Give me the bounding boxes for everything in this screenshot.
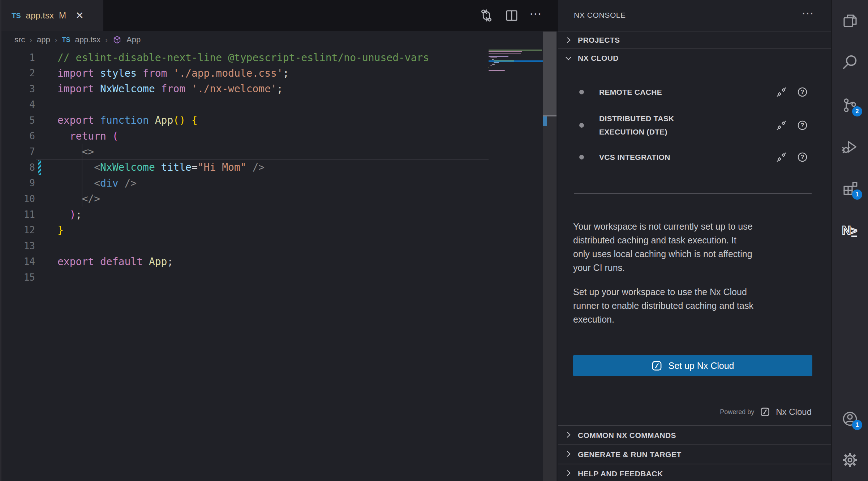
- activity-bar: 2 1 N > 1: [831, 0, 868, 481]
- code-line-6[interactable]: 6 return (: [0, 128, 489, 144]
- line-number[interactable]: 3: [0, 84, 35, 94]
- code-text: // eslint-disable-next-line @typescript-…: [57, 52, 429, 64]
- line-number[interactable]: 4: [0, 99, 35, 110]
- gutter-modified-indicator: [38, 160, 41, 175]
- line-number[interactable]: 10: [0, 193, 35, 204]
- minimap-line: [492, 64, 495, 65]
- code-line-11[interactable]: 11 );: [0, 207, 489, 222]
- scrollbar-thumb[interactable]: [543, 32, 557, 115]
- code-line-4[interactable]: 4: [0, 97, 489, 112]
- powered-by: Powered by Nx Cloud: [720, 407, 812, 417]
- section-label: HELP AND FEEDBACK: [578, 469, 663, 478]
- minimap[interactable]: [489, 48, 542, 91]
- code-line-8[interactable]: 8 <NxWelcome title="Hi Mom" />: [0, 159, 489, 175]
- panel-title: NX CONSOLE: [574, 11, 626, 20]
- section-common-nx-commands[interactable]: COMMON NX COMMANDS: [558, 425, 831, 444]
- nx-console-panel: NX CONSOLE ⋯ PROJECTS NX CLOUD REMOTE CA…: [558, 0, 831, 481]
- code-line-13[interactable]: 13: [0, 238, 489, 254]
- source-control-icon[interactable]: 2: [841, 97, 859, 114]
- badge: 1: [852, 420, 862, 430]
- minimap-line: [489, 56, 508, 57]
- chevron-right-icon: [564, 35, 573, 45]
- nx-console-icon[interactable]: N >: [841, 221, 859, 239]
- setup-instruction-text: Set up your workspace to use the Nx Clou…: [573, 285, 819, 326]
- nx-cloud-icon: [651, 360, 662, 371]
- line-number[interactable]: 1: [0, 52, 35, 63]
- code-line-2[interactable]: 2import styles from './app.module.css';: [0, 65, 489, 81]
- help-icon[interactable]: ?: [797, 120, 808, 131]
- line-number[interactable]: 9: [0, 178, 35, 188]
- code-text: <NxWelcome title="Hi Mom" />: [57, 161, 265, 173]
- code-text: export default App;: [57, 256, 173, 268]
- line-number[interactable]: 12: [0, 225, 35, 235]
- minimap-line: [489, 67, 489, 68]
- minimap-line: [489, 53, 521, 54]
- nx-cloud-item-distributed-task-execution-dte[interactable]: DISTRIBUTED TASK EXECUTION (DTE) ?: [558, 108, 831, 142]
- code-line-3[interactable]: 3import NxWelcome from './nx-welcome';: [0, 81, 489, 97]
- accounts-icon[interactable]: 1: [841, 410, 859, 427]
- svg-text:?: ?: [800, 122, 804, 129]
- code-line-14[interactable]: 14export default App;: [0, 254, 489, 269]
- code-line-5[interactable]: 5export function App() {: [0, 112, 489, 128]
- code-text: <>: [57, 146, 94, 158]
- divider: [574, 193, 812, 193]
- minimap-line: [489, 50, 542, 51]
- line-number[interactable]: 7: [0, 146, 35, 157]
- search-icon[interactable]: [841, 54, 859, 71]
- section-label: NX CLOUD: [578, 54, 619, 63]
- status-dot-icon: [579, 123, 584, 128]
- nx-cloud-item-vcs-integration[interactable]: VCS INTEGRATION ?: [558, 148, 831, 166]
- line-number[interactable]: 2: [0, 68, 35, 78]
- more-actions-icon[interactable]: ⋯: [802, 6, 815, 20]
- section-projects[interactable]: PROJECTS: [558, 31, 831, 48]
- code-line-9[interactable]: 9 <div />: [0, 175, 489, 191]
- code-line-1[interactable]: 1// eslint-disable-next-line @typescript…: [0, 50, 489, 65]
- help-icon[interactable]: ?: [797, 152, 808, 163]
- line-number[interactable]: 15: [0, 272, 35, 283]
- line-number[interactable]: 14: [0, 256, 35, 267]
- minimap-line: [494, 60, 514, 61]
- code-line-12[interactable]: 12}: [0, 222, 489, 238]
- code-line-15[interactable]: 15: [0, 269, 489, 285]
- section-help-and-feedback[interactable]: HELP AND FEEDBACK: [558, 464, 831, 481]
- manage-settings-icon[interactable]: [841, 451, 859, 469]
- section-label: COMMON NX COMMANDS: [578, 431, 676, 440]
- code-text: }: [57, 224, 64, 236]
- svg-text:>: >: [851, 225, 857, 237]
- nx-cloud-item-remote-cache[interactable]: REMOTE CACHE ?: [558, 82, 831, 101]
- code-editor[interactable]: 1// eslint-disable-next-line @typescript…: [0, 0, 558, 481]
- code-text: export function App() {: [57, 114, 198, 126]
- code-line-7[interactable]: 7 <>: [0, 144, 489, 159]
- code-text: return (: [57, 130, 119, 142]
- svg-text:?: ?: [800, 89, 804, 95]
- chevron-right-icon: [564, 468, 573, 479]
- nx-cloud-item-label: VCS INTEGRATION: [599, 150, 670, 164]
- line-number[interactable]: 11: [0, 209, 35, 220]
- code-line-10[interactable]: 10 </>: [0, 191, 489, 207]
- editor-scrollbar[interactable]: [543, 31, 557, 481]
- explorer-icon[interactable]: [841, 12, 859, 29]
- setup-nx-cloud-button[interactable]: Set up Nx Cloud: [573, 355, 812, 376]
- line-number[interactable]: 8: [0, 162, 35, 173]
- chevron-right-icon: [564, 430, 573, 441]
- line-number[interactable]: 13: [0, 240, 35, 251]
- connect-icon[interactable]: [776, 120, 787, 131]
- svg-text:?: ?: [800, 154, 804, 161]
- chevron-down-icon: [564, 54, 573, 63]
- window-left-edge: [0, 0, 1, 481]
- panel-header: NX CONSOLE ⋯: [558, 0, 831, 31]
- line-number[interactable]: 5: [0, 115, 35, 126]
- run-and-debug-icon[interactable]: [841, 138, 859, 156]
- setup-nx-cloud-button-label: Set up Nx Cloud: [668, 361, 734, 371]
- section-nx-cloud[interactable]: NX CLOUD: [558, 48, 831, 67]
- minimap-line: [489, 70, 505, 71]
- help-icon[interactable]: ?: [797, 86, 808, 98]
- extensions-icon[interactable]: 1: [841, 180, 859, 197]
- editor-pane: TS app.tsx M ✕ ⋯ src › app › TS a: [0, 0, 558, 481]
- connect-icon[interactable]: [776, 86, 787, 98]
- section-generate-run-target[interactable]: GENERATE & RUN TARGET: [558, 444, 831, 464]
- line-number[interactable]: 6: [0, 131, 35, 141]
- connect-icon[interactable]: [776, 152, 787, 163]
- code-text: import styles from './app.module.css';: [57, 67, 289, 79]
- minimap-line: [494, 62, 499, 63]
